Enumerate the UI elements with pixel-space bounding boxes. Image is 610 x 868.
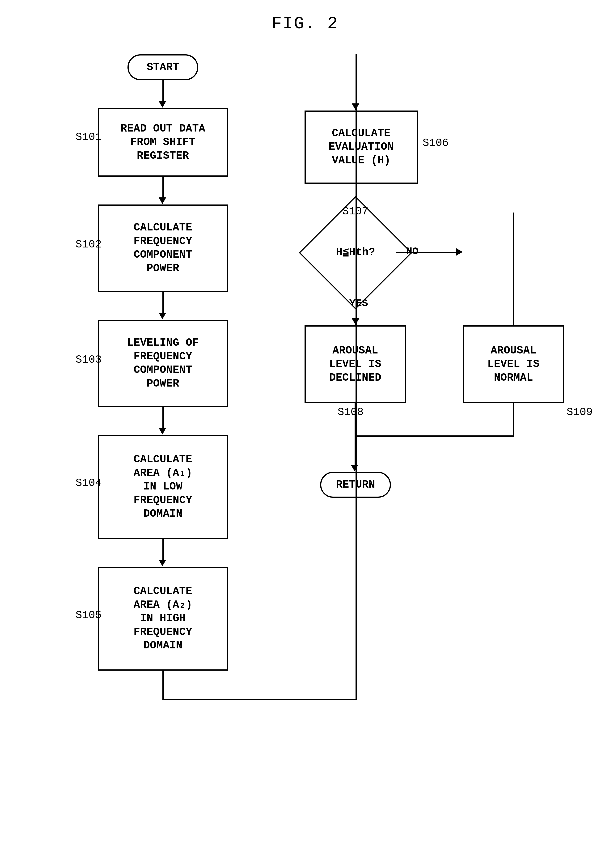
start-box: START <box>127 54 198 80</box>
s101-box: READ OUT DATA FROM SHIFT REGISTER <box>98 108 228 177</box>
s103-box: LEVELING OF FREQUENCY COMPONENT POWER <box>98 320 228 407</box>
s101-label: S101 <box>76 131 102 143</box>
s106-label: S106 <box>423 137 449 149</box>
s102-text: CALCULATE FREQUENCY COMPONENT POWER <box>134 221 192 275</box>
page-title: FIG. 2 <box>0 14 610 34</box>
s107-diamond: H≦Hth? <box>315 212 396 293</box>
s103-label: S103 <box>76 354 102 366</box>
s107-text: H≦Hth? <box>336 246 375 260</box>
s109-box: AROUSAL LEVEL IS NORMAL <box>463 326 564 403</box>
s105-box: CALCULATE AREA (A₂) IN HIGH FREQUENCY DO… <box>98 567 228 671</box>
s106-box: CALCULATE EVALUATION VALUE (H) <box>305 110 418 184</box>
s105-text: CALCULATE AREA (A₂) IN HIGH FREQUENCY DO… <box>134 584 192 653</box>
s106-text: CALCULATE EVALUATION VALUE (H) <box>328 127 394 167</box>
s108-text: AROUSAL LEVEL IS DECLINED <box>329 344 381 385</box>
yes-label: YES <box>349 298 368 309</box>
s104-text: CALCULATE AREA (A₁) IN LOW FREQUENCY DOM… <box>134 453 192 521</box>
s104-box: CALCULATE AREA (A₁) IN LOW FREQUENCY DOM… <box>98 435 228 539</box>
s102-box: CALCULATE FREQUENCY COMPONENT POWER <box>98 205 228 292</box>
s109-label: S109 <box>567 406 593 418</box>
s108-label: S108 <box>338 406 364 418</box>
s109-text: AROUSAL LEVEL IS NORMAL <box>488 344 540 385</box>
no-label: NO <box>406 246 418 257</box>
s104-label: S104 <box>76 477 102 489</box>
s102-label: S102 <box>76 239 102 251</box>
s108-box: AROUSAL LEVEL IS DECLINED <box>305 326 406 403</box>
s103-text: LEVELING OF FREQUENCY COMPONENT POWER <box>127 336 199 391</box>
s101-text: READ OUT DATA FROM SHIFT REGISTER <box>121 122 205 163</box>
start-label: START <box>147 61 179 73</box>
s105-label: S105 <box>76 609 102 622</box>
